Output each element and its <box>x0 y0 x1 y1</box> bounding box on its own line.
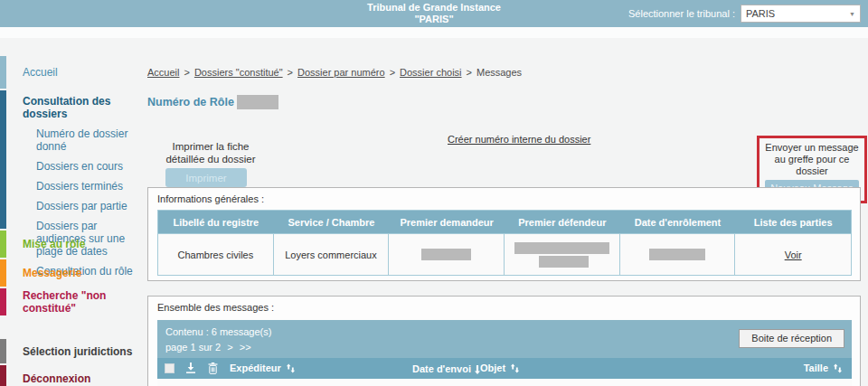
breadcrumb-dossiers-constitue[interactable]: Dossiers "constitué" <box>194 67 283 78</box>
cell-parties: Voir <box>735 233 851 275</box>
sidebar-spacer <box>0 317 143 337</box>
breadcrumb-separator: > <box>184 67 189 78</box>
sidebar-item-label: Sélection juridictions <box>6 345 132 358</box>
pagination-last-link[interactable]: >> <box>240 342 251 353</box>
tribunal-selector-group: Sélectionner le tribunal : PARIS ▼ <box>628 5 861 23</box>
messages-table-body <box>157 379 852 386</box>
breadcrumb-dossier-choisi[interactable]: Dossier choisi <box>400 67 461 78</box>
select-all-checkbox[interactable] <box>165 363 175 373</box>
view-parties-link[interactable]: Voir <box>785 249 802 260</box>
sidebar-item-dossiers-en-cours[interactable]: Dossiers en cours <box>6 160 143 173</box>
redacted-value <box>514 242 609 254</box>
chevron-down-icon: ▼ <box>849 11 855 17</box>
cell-enrolement <box>620 233 736 275</box>
column-header-expediteur[interactable]: Expéditeur <box>230 362 296 373</box>
cell-demandeur <box>389 233 505 275</box>
sidebar-navigation: Accueil Consultation des dossiers Numéro… <box>0 56 143 386</box>
column-label: Expéditeur <box>230 362 281 373</box>
cell-defendeur <box>505 233 620 275</box>
sidebar-item-dossiers-par-partie[interactable]: Dossiers par partie <box>6 200 143 212</box>
role-number-row: Numéro de Rôle <box>147 95 278 109</box>
general-info-title: Informations générales : <box>157 193 264 204</box>
breadcrumb-accueil[interactable]: Accueil <box>147 67 179 78</box>
column-header-taille[interactable]: Taille <box>804 362 843 373</box>
sidebar-item-label: Recherche "non constitué" <box>6 289 143 315</box>
create-internal-number-link[interactable]: Créer numéro interne du dossier <box>448 134 590 145</box>
column-header-date-envoi[interactable]: Date d'envoi <box>412 362 481 374</box>
column-header-objet[interactable]: Objet <box>480 362 520 373</box>
redacted-role-number <box>237 95 278 109</box>
column-header-demandeur: Premier demandeur <box>389 211 505 233</box>
sidebar-item-label: Mise au rôle <box>6 238 85 250</box>
tribunal-select-value: PARIS <box>746 8 775 19</box>
cell-registre: Chambres civiles <box>158 233 274 275</box>
tribunal-select-label: Sélectionner le tribunal : <box>628 8 735 19</box>
pagination-status: page 1 sur 2 <box>165 342 221 353</box>
sidebar-item-selection-juridictions[interactable]: Sélection juridictions <box>0 339 143 363</box>
breadcrumb: Accueil>Dossiers "constitué">Dossier par… <box>147 67 522 78</box>
general-info-panel: Informations générales : Libellé du regi… <box>147 187 861 281</box>
role-number-title: Numéro de Rôle <box>147 96 234 108</box>
sidebar-item-label: Messagerie <box>6 267 81 279</box>
breadcrumb-separator: > <box>288 67 293 78</box>
pagination-next-link[interactable]: > <box>227 342 232 353</box>
sidebar-item-accueil[interactable]: Accueil <box>0 56 143 89</box>
sidebar-item-numero-dossier-donne[interactable]: Numéro de dossier donné <box>6 127 143 153</box>
sort-icon <box>510 363 520 373</box>
messages-title: Ensemble des messages : <box>157 302 274 313</box>
column-header-service: Service / Chambre <box>274 211 390 233</box>
redacted-value <box>421 249 471 260</box>
sidebar-item-dossiers-termines[interactable]: Dossiers terminés <box>6 180 143 193</box>
top-header-bar: Tribunal de Grande Instance "PARIS" Séle… <box>0 0 868 27</box>
sidebar-group-consultation: Consultation des dossiers Numéro de doss… <box>0 90 143 229</box>
tribunal-select[interactable]: PARIS ▼ <box>741 5 861 23</box>
column-label: Date d'envoi <box>412 363 471 374</box>
column-header-enrolement: Date d'enrôlement <box>620 211 736 233</box>
column-header-parties: Liste des parties <box>735 211 851 233</box>
inbox-button[interactable]: Boite de réception <box>739 329 844 348</box>
sidebar-item-label: Accueil <box>6 66 58 79</box>
column-label: Taille <box>804 362 828 373</box>
redacted-value <box>539 256 589 268</box>
column-header-defendeur: Premier défendeur <box>505 211 620 233</box>
table-row: Chambres civiles Loyers commerciaux Voir <box>158 233 851 275</box>
main-content: Accueil>Dossiers "constitué">Dossier par… <box>147 54 862 386</box>
breadcrumb-dossier-par-numero[interactable]: Dossier par numéro <box>297 67 385 78</box>
header-divider-band <box>0 27 868 38</box>
print-file-label: Imprimer la fiche détaillée du dossier <box>155 140 267 165</box>
messages-panel: Ensemble des messages : Contenu : 6 mess… <box>147 296 861 386</box>
messages-count: Contenu : 6 message(s) <box>165 326 271 337</box>
send-message-label: Envoyer un message au greffe pour ce dos… <box>761 142 863 177</box>
column-header-registre: Libellé du registre <box>158 211 274 233</box>
trash-icon[interactable] <box>208 362 218 374</box>
breadcrumb-current-messages: Messages <box>476 67 522 78</box>
sidebar-item-consultation-des-dossiers[interactable]: Consultation des dossiers <box>6 95 143 120</box>
sidebar-item-recherche-non-constitue[interactable]: Recherche "non constitué" <box>0 288 143 315</box>
messages-table-header: Expéditeur Date d'envoi Objet Taille <box>157 358 852 379</box>
sort-icon <box>286 363 296 373</box>
general-info-table: Libellé du registre Service / Chambre Pr… <box>157 210 852 276</box>
breadcrumb-separator: > <box>390 67 395 78</box>
column-label: Objet <box>480 362 505 373</box>
pagination: page 1 sur 2 > >> <box>165 342 251 353</box>
cell-service: Loyers commerciaux <box>274 233 390 275</box>
messages-summary-panel: Contenu : 6 message(s) page 1 sur 2 > >>… <box>157 320 852 358</box>
redacted-value <box>649 249 705 260</box>
download-icon[interactable] <box>185 362 196 374</box>
breadcrumb-separator: > <box>467 67 472 78</box>
sidebar-item-deconnexion[interactable]: Déconnexion <box>0 365 143 386</box>
sort-icon <box>833 363 843 373</box>
print-button[interactable]: Imprimer <box>165 168 247 187</box>
general-info-table-header: Libellé du registre Service / Chambre Pr… <box>158 211 851 233</box>
sidebar-item-label: Déconnexion <box>6 372 90 385</box>
